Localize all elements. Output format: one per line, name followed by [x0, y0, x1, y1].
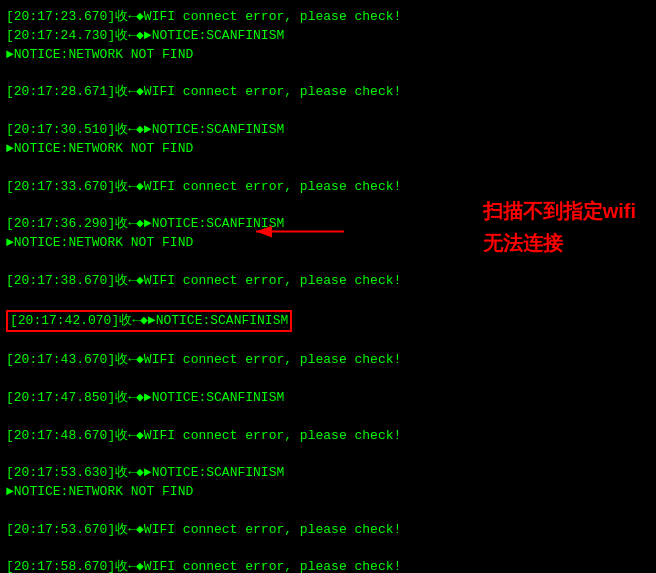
log-line	[6, 102, 650, 121]
arrow-icon	[245, 222, 355, 242]
log-line: [20:17:33.670]收←◆WIFI connect error, ple…	[6, 178, 650, 197]
annotation-line1: 扫描不到指定wifi	[483, 200, 636, 222]
log-line: ►NOTICE:NETWORK NOT FIND	[6, 483, 650, 502]
log-line	[6, 540, 650, 559]
annotation-line2: 无法连接	[483, 232, 563, 254]
log-container: [20:17:23.670]收←◆WIFI connect error, ple…	[6, 8, 650, 573]
highlighted-log-line: [20:17:42.070]收←◆►NOTICE:SCANFINISM	[6, 310, 292, 333]
log-line: [20:17:43.670]收←◆WIFI connect error, ple…	[6, 351, 650, 370]
annotation-text: 扫描不到指定wifi 无法连接	[483, 195, 636, 259]
log-line	[6, 332, 650, 351]
log-line	[6, 65, 650, 84]
log-line: [20:17:30.510]收←◆►NOTICE:SCANFINISM	[6, 121, 650, 140]
log-line	[6, 159, 650, 178]
log-line	[6, 291, 650, 310]
log-line: [20:17:53.670]收←◆WIFI connect error, ple…	[6, 521, 650, 540]
terminal-window: [20:17:23.670]收←◆WIFI connect error, ple…	[0, 0, 656, 573]
log-line: [20:17:53.630]收←◆►NOTICE:SCANFINISM	[6, 464, 650, 483]
log-line	[6, 445, 650, 464]
log-line: ►NOTICE:NETWORK NOT FIND	[6, 46, 650, 65]
log-line: [20:17:47.850]收←◆►NOTICE:SCANFINISM	[6, 389, 650, 408]
log-line	[6, 370, 650, 389]
log-line: [20:17:58.670]收←◆WIFI connect error, ple…	[6, 558, 650, 573]
log-line: [20:17:38.670]收←◆WIFI connect error, ple…	[6, 272, 650, 291]
log-line: [20:17:24.730]收←◆►NOTICE:SCANFINISM	[6, 27, 650, 46]
log-line	[6, 408, 650, 427]
log-line: [20:17:48.670]收←◆WIFI connect error, ple…	[6, 427, 650, 446]
log-line: [20:17:28.671]收←◆WIFI connect error, ple…	[6, 83, 650, 102]
log-line	[6, 502, 650, 521]
log-line: ►NOTICE:NETWORK NOT FIND	[6, 140, 650, 159]
log-line: [20:17:23.670]收←◆WIFI connect error, ple…	[6, 8, 650, 27]
